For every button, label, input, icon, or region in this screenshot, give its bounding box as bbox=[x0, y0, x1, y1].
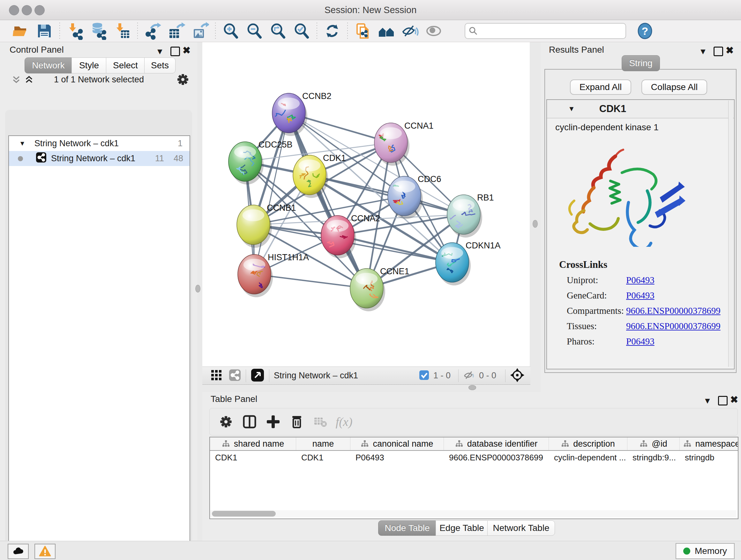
column-header-description[interactable]: description bbox=[549, 437, 627, 450]
tab-sets[interactable]: Sets bbox=[144, 57, 176, 73]
tab-network-table[interactable]: Network Table bbox=[487, 520, 555, 536]
hidden-eye-slash-icon[interactable] bbox=[463, 369, 476, 383]
table-panel-menu-icon[interactable]: ▼ bbox=[703, 396, 712, 406]
zoom-out-button[interactable] bbox=[245, 22, 264, 40]
selected-checkbox-icon[interactable] bbox=[419, 370, 429, 382]
open-session-button[interactable] bbox=[11, 22, 30, 40]
crosslink-label: Uniprot: bbox=[567, 275, 626, 286]
network-node[interactable]: HIST1H1A bbox=[238, 253, 309, 297]
table-cell[interactable]: 9606.ENSP00000378699 bbox=[444, 451, 549, 464]
column-header-name[interactable]: name bbox=[296, 437, 350, 450]
tab-edge-table[interactable]: Edge Table bbox=[435, 520, 488, 536]
column-header--id[interactable]: @id bbox=[627, 437, 680, 450]
pan-crosshair-icon[interactable] bbox=[510, 368, 525, 384]
gene-collapse-triangle-icon[interactable]: ▼ bbox=[568, 105, 575, 113]
memory-button[interactable]: Memory bbox=[676, 543, 735, 559]
toggle-graphics-details-button[interactable] bbox=[400, 22, 420, 40]
network-node[interactable]: CDKN1A bbox=[435, 241, 501, 286]
control-panel-close-icon[interactable]: ✖ bbox=[183, 45, 191, 56]
network-row-selected[interactable]: String Network – cdk1 11 48 bbox=[9, 151, 190, 166]
table-cell[interactable]: P06493 bbox=[350, 451, 444, 464]
network-share-icon[interactable] bbox=[228, 369, 241, 383]
help-button[interactable]: ? bbox=[635, 22, 655, 40]
bottom-splitter-handle[interactable] bbox=[468, 385, 476, 390]
column-header-namespace[interactable]: namespace bbox=[680, 437, 738, 450]
expand-all-networks-icon[interactable] bbox=[23, 74, 35, 86]
results-scrollbar[interactable] bbox=[728, 101, 733, 367]
save-session-button[interactable] bbox=[35, 22, 54, 40]
network-node[interactable]: CCNB1 bbox=[237, 203, 296, 248]
delete-column-icon[interactable] bbox=[285, 411, 309, 433]
refresh-button[interactable] bbox=[322, 22, 342, 40]
network-node[interactable]: CCNE1 bbox=[350, 266, 409, 311]
import-network-file-button[interactable] bbox=[65, 22, 85, 40]
copy-network-button[interactable] bbox=[353, 22, 373, 40]
protein-structure-image bbox=[560, 141, 687, 247]
table-cell[interactable]: stringdb:9... bbox=[627, 451, 680, 464]
network-options-gear-icon[interactable] bbox=[176, 73, 190, 87]
zoom-in-button[interactable] bbox=[221, 22, 241, 40]
table-cell[interactable]: CDK1 bbox=[296, 451, 350, 464]
table-settings-gear-icon[interactable] bbox=[214, 411, 238, 433]
network-edge[interactable] bbox=[254, 113, 289, 274]
warning-status-button[interactable] bbox=[35, 544, 56, 559]
network-node[interactable]: CCNA1 bbox=[374, 121, 434, 166]
results-panel-close-icon[interactable]: ✖ bbox=[726, 45, 734, 56]
results-panel-menu-icon[interactable]: ▼ bbox=[699, 47, 707, 57]
right-splitter-handle[interactable] bbox=[533, 220, 538, 228]
import-network-database-button[interactable] bbox=[89, 22, 109, 40]
toolbar-separator bbox=[347, 23, 348, 39]
crosslink-pharos[interactable]: P06493 bbox=[626, 336, 734, 347]
table-panel-close-icon[interactable]: ✖ bbox=[730, 394, 738, 405]
column-header-database-identifier[interactable]: database identifier bbox=[444, 437, 549, 450]
table-hscrollbar-thumb[interactable] bbox=[212, 511, 276, 516]
cloud-status-button[interactable] bbox=[8, 544, 29, 559]
crosslink-compartments[interactable]: 9606.ENSP00000378699 bbox=[626, 306, 734, 316]
table-cell[interactable]: cyclin-dependent ... bbox=[549, 451, 627, 464]
expand-all-button[interactable]: Expand All bbox=[570, 79, 631, 95]
export-table-button[interactable] bbox=[166, 22, 186, 40]
left-splitter-handle[interactable] bbox=[195, 285, 200, 293]
show-columns-icon[interactable] bbox=[238, 411, 261, 433]
export-network-button[interactable] bbox=[143, 22, 163, 40]
table-cell[interactable]: CDK1 bbox=[210, 451, 296, 464]
column-header-canonical-name[interactable]: canonical name bbox=[350, 437, 444, 450]
crosslink-uniprot[interactable]: P06493 bbox=[626, 275, 734, 286]
network-node[interactable]: CCNB2 bbox=[272, 91, 332, 136]
add-column-icon[interactable] bbox=[261, 411, 285, 433]
results-panel-float-icon[interactable] bbox=[714, 47, 723, 56]
control-panel-menu-icon[interactable]: ▼ bbox=[156, 47, 164, 57]
tab-string[interactable]: String bbox=[622, 55, 660, 71]
tab-network[interactable]: Network bbox=[24, 57, 72, 73]
collection-expand-triangle-icon[interactable]: ▼ bbox=[19, 140, 25, 147]
network-collection-row[interactable]: ▼ String Network – cdk1 1 bbox=[9, 136, 190, 151]
table-panel-float-icon[interactable] bbox=[718, 396, 728, 406]
column-header-shared-name[interactable]: shared name bbox=[210, 437, 296, 450]
import-table-button[interactable] bbox=[112, 22, 132, 40]
tab-node-table[interactable]: Node Table bbox=[378, 520, 436, 536]
control-panel-float-icon[interactable] bbox=[171, 47, 180, 56]
tab-style[interactable]: Style bbox=[71, 57, 107, 73]
export-image-button[interactable] bbox=[190, 22, 210, 40]
tab-select[interactable]: Select bbox=[106, 57, 145, 73]
crosslink-tissues[interactable]: 9606.ENSP00000378699 bbox=[626, 321, 734, 331]
network-canvas[interactable]: CCNB2CCNA1CDC25BCDK1CDC6RB1CCNB1CCNA2CDK… bbox=[202, 42, 530, 367]
zoom-selected-button[interactable] bbox=[292, 22, 312, 40]
search-input[interactable] bbox=[478, 26, 616, 37]
gene-header-row[interactable]: ▼ CDK1 bbox=[547, 100, 734, 118]
window-title: Session: New Session bbox=[0, 5, 741, 15]
table-row[interactable]: CDK1CDK1P064939606.ENSP00000378699cyclin… bbox=[210, 451, 738, 464]
collapse-all-networks-icon[interactable] bbox=[11, 74, 22, 86]
table-hscrollbar-track[interactable] bbox=[210, 510, 737, 517]
network-graph[interactable]: CCNB2CCNA1CDC25BCDK1CDC6RB1CCNB1CCNA2CDK… bbox=[202, 42, 530, 367]
crosslink-genecard[interactable]: P06493 bbox=[626, 290, 734, 301]
birdseye-grid-icon[interactable] bbox=[210, 369, 223, 383]
gene-details-box: ▼ CDK1 cyclin-dependent kinase 1 CrossLi… bbox=[546, 99, 735, 369]
home-button[interactable] bbox=[377, 22, 396, 40]
open-in-window-icon[interactable] bbox=[251, 368, 265, 383]
collapse-all-button[interactable]: Collapse All bbox=[642, 79, 707, 95]
network-node[interactable]: RB1 bbox=[446, 193, 494, 238]
table-cell[interactable]: stringdb bbox=[680, 451, 738, 464]
show-eye-button[interactable] bbox=[424, 22, 444, 40]
zoom-fit-button[interactable] bbox=[268, 22, 288, 40]
